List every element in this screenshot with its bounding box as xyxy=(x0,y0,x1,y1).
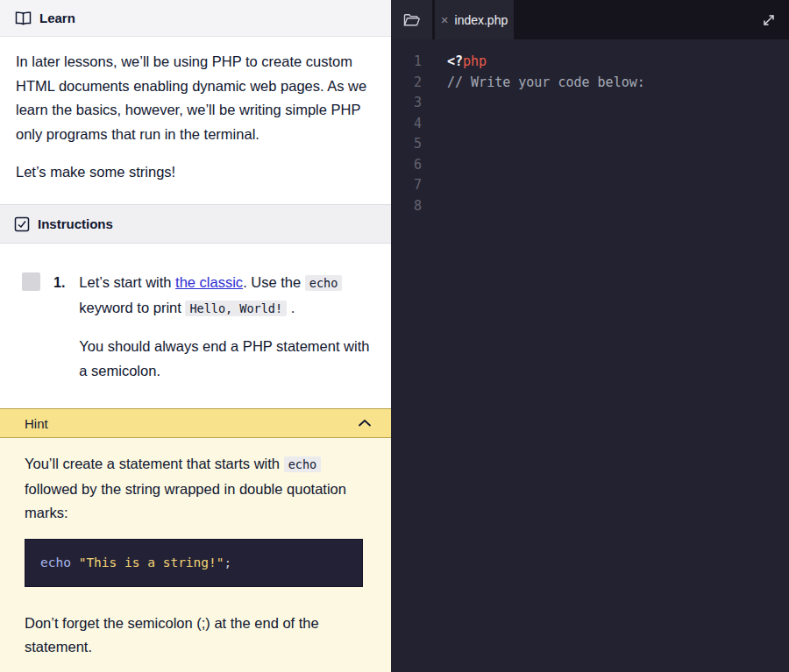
line-number: 4 xyxy=(414,114,422,135)
checkbox-checked-icon xyxy=(14,216,30,232)
lesson-text-section: In later lessons, we’ll be using PHP to … xyxy=(0,37,391,204)
file-tree-button[interactable] xyxy=(391,0,432,39)
hint-header-toggle[interactable]: Hint xyxy=(0,408,391,438)
task-checkbox[interactable] xyxy=(22,272,40,291)
line-number: 2 xyxy=(414,73,422,94)
php-keyword: php xyxy=(463,53,487,69)
tab-close-icon[interactable]: × xyxy=(441,13,449,26)
editor-topbar: × index.php xyxy=(391,0,789,39)
instructions-header: Instructions xyxy=(0,204,391,244)
expand-diagonal-icon xyxy=(761,12,777,28)
tab-index-php[interactable]: × index.php xyxy=(435,0,514,39)
code-string: "This is a string!" xyxy=(79,555,224,569)
topbar-spacer xyxy=(514,0,749,39)
lesson-paragraph: In later lessons, we’ll be using PHP to … xyxy=(16,50,375,146)
echo-code-chip: echo xyxy=(284,456,322,472)
expand-editor-button[interactable] xyxy=(749,0,789,39)
php-open-tag: <? xyxy=(447,53,463,69)
task-number: 1. xyxy=(53,271,65,408)
hint-title: Hint xyxy=(25,416,48,431)
task-text: Let’s start with the classic. Use the ec… xyxy=(79,271,375,408)
task-text-segment: . Use the xyxy=(243,274,305,290)
hint-code-example: echo "This is a string!"; xyxy=(25,539,363,587)
code-punctuation: ; xyxy=(224,555,232,569)
task-text-segment: keyword to print xyxy=(79,300,185,315)
line-number: 5 xyxy=(414,134,422,155)
line-number-gutter: 1 2 3 4 5 6 7 8 xyxy=(391,52,430,672)
folder-icon xyxy=(403,13,420,27)
code-editor[interactable]: 1 2 3 4 5 6 7 8 <?php // Write your code… xyxy=(391,39,789,672)
instructions-title: Instructions xyxy=(38,216,113,231)
hint-text-segment: You’ll create a statement that starts wi… xyxy=(25,456,284,471)
task-note: You should always end a PHP statement wi… xyxy=(79,335,375,383)
lesson-panel: Learn In later lessons, we’ll be using P… xyxy=(0,0,391,672)
learn-title: Learn xyxy=(39,11,75,25)
echo-code-chip: echo xyxy=(305,275,343,291)
code-content[interactable]: <?php // Write your code below: xyxy=(430,52,645,672)
line-number: 1 xyxy=(414,52,422,73)
instructions-body: 1. Let’s start with the classic. Use the… xyxy=(0,244,391,408)
learn-header: Learn xyxy=(0,0,391,37)
code-line-2: // Write your code below: xyxy=(447,73,645,94)
task-text-segment: Let’s start with xyxy=(79,274,175,290)
hint-text-segment: followed by the string wrapped in double… xyxy=(25,481,346,521)
line-number: 7 xyxy=(414,175,422,196)
code-line-1: <?php xyxy=(447,52,645,73)
hello-world-code-chip: Hello, World! xyxy=(185,301,287,316)
chevron-up-icon[interactable] xyxy=(358,419,372,428)
task-text-segment: . xyxy=(287,300,295,315)
tab-label: index.php xyxy=(455,13,508,27)
lesson-paragraph: Let’s make some strings! xyxy=(16,160,375,185)
hint-body: You’ll create a statement that starts wi… xyxy=(0,438,391,672)
hint-text: You’ll create a statement that starts wi… xyxy=(25,452,366,526)
hint-section: Hint You’ll create a statement that star… xyxy=(0,408,391,672)
code-editor-panel: × index.php 1 2 3 4 5 6 7 8 <?php xyxy=(391,0,789,672)
hint-footer-text: Don’t forget the semicolon (;) at the en… xyxy=(25,612,349,660)
line-number: 8 xyxy=(414,196,422,217)
book-open-icon xyxy=(15,11,32,25)
line-number: 3 xyxy=(414,93,422,114)
line-number: 6 xyxy=(414,155,422,176)
the-classic-link[interactable]: the classic xyxy=(175,274,243,290)
code-keyword: echo xyxy=(40,555,79,569)
code-comment: // Write your code below: xyxy=(447,74,645,90)
